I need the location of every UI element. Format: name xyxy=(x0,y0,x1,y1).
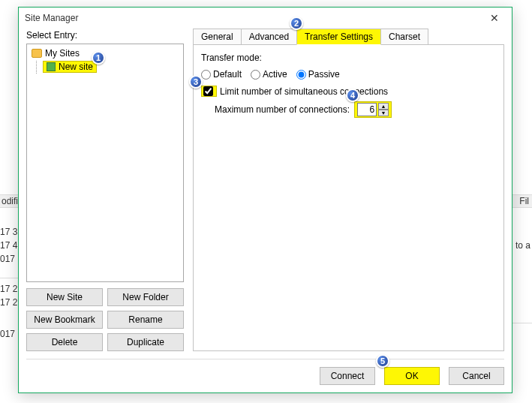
dialog-footer: Connect OK 5 Cancel xyxy=(26,359,504,385)
ok-button[interactable]: OK 5 xyxy=(384,367,440,385)
duplicate-button[interactable]: Duplicate xyxy=(107,333,184,351)
dialog-title: Site Manager xyxy=(25,13,78,23)
server-icon xyxy=(47,62,56,71)
connect-button[interactable]: Connect xyxy=(320,367,375,385)
tab-general[interactable]: General xyxy=(193,29,242,44)
right-pane: General Advanced Transfer Settings 2 Cha… xyxy=(193,29,504,351)
marker-1: 1 xyxy=(92,51,105,65)
new-folder-button[interactable]: New Folder xyxy=(107,288,184,306)
bg-divider2 xyxy=(510,323,532,323)
radio-active[interactable]: Active xyxy=(251,69,287,80)
radio-passive-label: Passive xyxy=(308,69,340,80)
limit-connections-label: Limit number of simultaneous connections xyxy=(220,86,388,97)
bg-r5: 17 2: xyxy=(0,297,20,308)
tree-item-label: New site xyxy=(59,62,93,72)
radio-default-label: Default xyxy=(213,69,242,80)
transfer-mode-group: Default Active Passive xyxy=(201,69,496,80)
radio-default-input[interactable] xyxy=(201,70,211,80)
select-entry-label: Select Entry: xyxy=(26,30,184,41)
titlebar: Site Manager ✕ xyxy=(19,8,512,29)
close-icon[interactable]: ✕ xyxy=(483,12,506,24)
radio-active-label: Active xyxy=(263,69,287,80)
radio-default[interactable]: Default xyxy=(201,69,242,80)
rename-button[interactable]: Rename xyxy=(107,311,184,329)
max-connections-row: Maximum number of connections: ▲ ▼ 4 xyxy=(215,101,496,118)
radio-active-input[interactable] xyxy=(251,70,260,80)
bg-r1: 17 3: xyxy=(0,227,20,237)
spin-up-button[interactable]: ▲ xyxy=(378,103,389,110)
radio-passive-input[interactable] xyxy=(296,70,306,80)
new-site-button[interactable]: New Site xyxy=(26,288,103,306)
marker-3: 3 xyxy=(189,75,203,89)
transfer-settings-panel: Transfer mode: Default Active Passive xyxy=(193,45,504,351)
radio-passive[interactable]: Passive xyxy=(296,69,340,80)
delete-button[interactable]: Delete xyxy=(26,333,103,351)
bg-col-modified: odifi xyxy=(2,196,18,206)
site-manager-dialog: Site Manager ✕ Select Entry: My Sites Ne… xyxy=(18,7,512,393)
tree-root-label: My Sites xyxy=(45,48,80,59)
limit-connections-checkbox[interactable] xyxy=(203,86,213,96)
tab-advanced[interactable]: Advanced xyxy=(241,29,297,44)
tab-transfer-settings[interactable]: Transfer Settings 2 xyxy=(296,29,381,45)
entry-tree[interactable]: My Sites New site 1 xyxy=(26,44,184,282)
entry-buttons: New Site New Folder New Bookmark Rename … xyxy=(26,288,184,351)
cancel-button[interactable]: Cancel xyxy=(449,367,504,385)
new-bookmark-button[interactable]: New Bookmark xyxy=(26,311,103,329)
left-pane: Select Entry: My Sites New site 1 xyxy=(26,29,184,351)
tree-item-new-site[interactable]: New site 1 xyxy=(43,61,97,73)
bg-r2: 17 4: xyxy=(0,240,20,251)
tab-charset[interactable]: Charset xyxy=(380,29,428,44)
bg-divider xyxy=(0,278,18,278)
bg-col-fil: Fil xyxy=(519,196,529,206)
tabbar: General Advanced Transfer Settings 2 Cha… xyxy=(193,29,504,45)
bg-r4: 17 2: xyxy=(0,284,20,294)
max-connections-input[interactable] xyxy=(357,103,377,116)
marker-2: 2 xyxy=(290,17,303,30)
max-connections-label: Maximum number of connections: xyxy=(215,104,350,115)
transfer-mode-label: Transfer mode: xyxy=(201,53,496,63)
folder-icon xyxy=(32,49,42,58)
marker-4: 4 xyxy=(346,89,359,102)
spin-down-button[interactable]: ▼ xyxy=(378,110,389,116)
marker-5: 5 xyxy=(376,354,389,368)
